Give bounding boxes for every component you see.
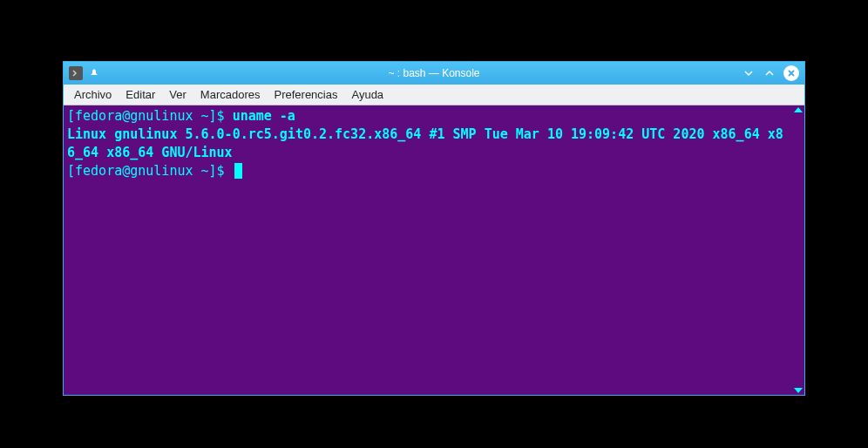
prompt: [fedora@gnulinux ~]$: [67, 108, 233, 124]
titlebar-left: [69, 66, 100, 80]
menu-ayuda[interactable]: Ayuda: [344, 85, 390, 104]
terminal-output: Linux gnulinux 5.6.0-0.rc5.git0.2.fc32.x…: [67, 126, 789, 162]
close-button[interactable]: [783, 65, 799, 81]
command: uname -a: [233, 108, 295, 124]
titlebar-controls: [742, 65, 799, 81]
konsole-window: ~ : bash — Konsole Archivo Editar Ver Ma…: [63, 61, 805, 396]
titlebar[interactable]: ~ : bash — Konsole: [64, 62, 804, 85]
cursor: [234, 163, 242, 179]
app-icon: [69, 66, 83, 80]
menu-ver[interactable]: Ver: [162, 85, 193, 104]
menu-editar[interactable]: Editar: [119, 85, 162, 104]
terminal[interactable]: [fedora@gnulinux ~]$ uname -a Linux gnul…: [64, 105, 792, 395]
prompt: [fedora@gnulinux ~]$: [67, 163, 233, 179]
menu-preferencias[interactable]: Preferencias: [267, 85, 344, 104]
scroll-up-icon[interactable]: [794, 107, 803, 112]
terminal-line-2: [fedora@gnulinux ~]$: [67, 162, 789, 180]
minimize-button[interactable]: [742, 66, 756, 80]
terminal-line-1: [fedora@gnulinux ~]$ uname -a: [67, 107, 789, 126]
menu-archivo[interactable]: Archivo: [67, 85, 119, 104]
menubar: Archivo Editar Ver Marcadores Preferenci…: [64, 85, 804, 105]
scrollbar[interactable]: [792, 105, 804, 395]
scroll-down-icon[interactable]: [794, 388, 803, 393]
terminal-container: [fedora@gnulinux ~]$ uname -a Linux gnul…: [64, 105, 804, 395]
window-title: ~ : bash — Konsole: [388, 67, 479, 79]
menu-marcadores[interactable]: Marcadores: [193, 85, 268, 104]
maximize-button[interactable]: [763, 66, 776, 80]
pin-icon[interactable]: [88, 67, 100, 79]
